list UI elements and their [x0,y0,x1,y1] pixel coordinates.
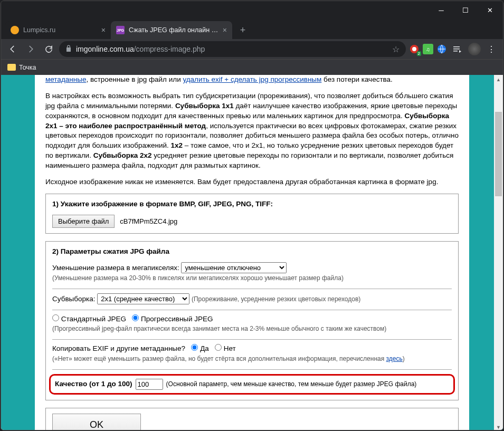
forward-button[interactable] [23,42,38,56]
arrow-right-icon [26,44,35,54]
reload-icon [44,45,53,54]
resize-label: Уменьшение размера в мегапикселях: [52,264,179,272]
scroll-down-arrow[interactable]: ▼ [494,423,503,430]
intro-paragraph-3: Исходное изображение никак не изменяется… [45,177,459,187]
scroll-up-arrow[interactable]: ▲ [494,75,503,84]
subsampling-select[interactable]: 2x1 (среднее качество) [97,293,189,304]
tab-title: Сжать JPEG файл онлайн - IMG [129,26,218,34]
quality-label: Качество (от 1 до 100) [55,379,132,389]
favicon-icon: JPG [116,26,125,34]
exif-label: Копировать EXIF и другие метаданные? [52,344,185,352]
bookmarks-bar: Точка [1,59,503,75]
svg-rect-5 [453,51,458,52]
window-close-button[interactable]: ✕ [478,1,502,19]
new-tab-button[interactable]: + [235,23,250,37]
close-icon[interactable]: × [223,26,227,34]
ok-button[interactable]: OK [52,414,141,430]
svg-rect-3 [453,46,460,47]
window-minimize-button[interactable]: ─ [429,1,453,19]
exif-hint: («Нет» может ещё уменьшить размер файла,… [52,355,405,362]
quality-hint: (Основной параметр, чем меньше качество,… [166,380,417,389]
chosen-filename: cB7fMPm5ZC4.jpg [120,217,177,225]
extension-globe-icon[interactable] [436,44,447,54]
svg-rect-4 [453,49,460,50]
bookmark-folder-tochka[interactable]: Точка [7,64,36,71]
intro-paragraph-2: В настройках есть возможность выбрать ти… [45,91,459,171]
window-maximize-button[interactable]: ☐ [453,1,478,19]
url-text: imgonline.com.ua/compress-image.php [76,45,388,53]
favicon-icon [11,26,19,34]
address-bar[interactable]: imgonline.com.ua/compress-image.php ☆ [59,41,406,57]
bookmark-label: Точка [19,64,36,71]
tab-title: Lumpics.ru [23,26,97,34]
link-metadata[interactable]: метаданные [45,75,86,83]
subsampling-label: Субвыборка: [52,295,95,303]
close-icon[interactable]: × [101,26,106,34]
quality-input[interactable] [136,379,163,390]
quality-row-highlighted: Качество (от 1 до 100) (Основной парамет… [49,374,455,395]
step3-box: OK Обработка обычно длится 0.5-20 секунд… [45,408,459,430]
resize-hint: (Уменьшение размера на 20-30% в пикселях… [52,274,344,282]
jpeg-progressive-option[interactable]: Прогрессивный JPEG [132,315,213,323]
browser-toolbar: imgonline.com.ua/compress-image.php ☆ 2 … [1,39,503,59]
folder-icon [7,64,16,71]
tab-lumpics[interactable]: Lumpics.ru × [5,21,111,39]
jpeg-hint: (Прогрессивный jpeg-файл практически все… [52,325,386,332]
choose-file-button[interactable]: Выберите файл [52,215,115,228]
bookmark-star-icon[interactable]: ☆ [392,44,400,54]
extension-music-icon[interactable]: ♫ [423,44,433,54]
media-control-icon[interactable] [450,42,465,56]
exif-no-option[interactable]: Нет [215,344,236,352]
resize-select[interactable]: уменьшение отключено [181,262,287,273]
step1-title: 1) Укажите изображение в формате BMP, GI… [52,199,452,209]
intro-paragraph-1: метаданные, встроенные в jpg файл или уд… [45,75,459,85]
extension-adblock-icon[interactable]: 2 [409,44,420,54]
step2-box: 2) Параметры сжатия JPG файла Уменьшение… [45,241,459,400]
tab-imgonline[interactable]: JPG Сжать JPEG файл онлайн - IMG × [111,21,232,39]
subsampling-hint: (Прореживание, усреднение резких цветовы… [192,295,360,303]
link-exif[interactable]: удалить exif + сделать jpg прогрессивным [183,75,321,83]
back-button[interactable] [5,42,20,56]
jpeg-standard-option[interactable]: Стандартный JPEG [52,315,126,323]
svg-point-1 [412,47,416,51]
window-titlebar: ─ ☐ ✕ [1,1,503,19]
step1-box: 1) Укажите изображение в формате BMP, GI… [45,194,459,234]
arrow-left-icon [8,44,17,54]
exif-yes-option[interactable]: Да [191,344,208,352]
scrollbar-thumb[interactable] [495,112,502,196]
menu-button[interactable]: ⋮ [484,42,499,56]
vertical-scrollbar[interactable]: ▲ ▼ [494,75,503,430]
reload-button[interactable] [41,42,56,56]
step2-title: 2) Параметры сжатия JPG файла [52,247,452,257]
profile-avatar[interactable] [468,43,481,55]
page-viewport: метаданные, встроенные в jpg файл или уд… [1,75,503,430]
lock-icon [65,45,72,54]
tab-strip: Lumpics.ru × JPG Сжать JPEG файл онлайн … [1,19,503,39]
link-exif-here[interactable]: здесь [386,355,403,362]
